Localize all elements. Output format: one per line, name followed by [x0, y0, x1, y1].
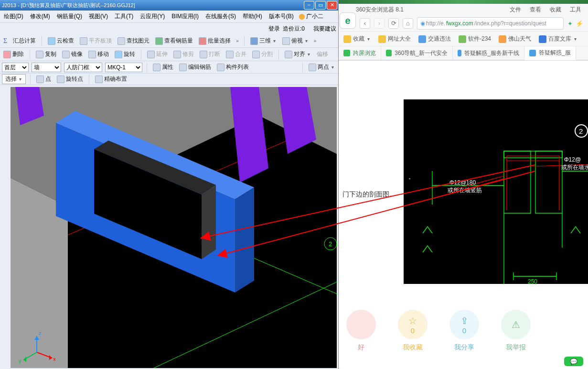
- tabs-row: 跨屏浏览 360导航_新一代安全 答疑解惑_服务新干线 答疑解惑_服: [339, 46, 588, 60]
- edit-rebar-button[interactable]: 编辑钢筋: [178, 63, 213, 72]
- floor-select[interactable]: 首层: [2, 63, 29, 72]
- page-body[interactable]: 门下边的剖面图。: [339, 63, 588, 369]
- menu-view[interactable]: 视图(V): [87, 11, 110, 22]
- tab-crossscreen[interactable]: 跨屏浏览: [339, 46, 381, 60]
- assistant-icon: [299, 13, 305, 20]
- batch-icon: [199, 37, 206, 45]
- reload-button[interactable]: ⟳: [388, 18, 399, 29]
- bm-software[interactable]: 软件-234: [459, 35, 491, 43]
- address-row: ‹ › ⟳ ⌂ ◉ http://e.fwxgx.com/index.php?r…: [339, 15, 588, 32]
- cad-viewport[interactable]: 2: [11, 87, 337, 368]
- svg-text:2: 2: [329, 240, 332, 248]
- copy-button[interactable]: 复制: [34, 50, 58, 59]
- action-good[interactable]: 好: [346, 310, 376, 352]
- break-button[interactable]: 打断: [198, 50, 222, 59]
- qa-icon: [529, 50, 536, 56]
- addr-flash-icon[interactable]: ⚡: [576, 20, 583, 27]
- back-button[interactable]: ‹: [360, 18, 370, 29]
- bm-favorites[interactable]: 收藏▾: [343, 35, 371, 43]
- mirror-button[interactable]: 镜像: [61, 50, 84, 59]
- accurate-place-button[interactable]: 精确布置: [94, 75, 128, 84]
- address-bar[interactable]: ◉ http://e.fwxgx.com/index.php?r=questio…: [417, 17, 564, 30]
- rotate-point-button[interactable]: 旋转点: [55, 75, 85, 84]
- cad-window: J2013 - [D:\预结算及抽筋\广联达抽筋\测试--2160.GGJ12]…: [0, 0, 339, 369]
- float-chat-button[interactable]: 💬: [564, 357, 583, 366]
- br-menu-file[interactable]: 文件: [510, 6, 521, 14]
- star-icon: [343, 35, 351, 43]
- minimize-button[interactable]: −: [304, 1, 314, 10]
- svg-rect-29: [404, 99, 588, 284]
- menu-online[interactable]: 在线服务(S): [203, 11, 238, 22]
- trim-button[interactable]: 修剪: [172, 50, 195, 59]
- action-share[interactable]: ⇪0 我分享: [449, 310, 479, 352]
- chevron-down-icon[interactable]: »: [313, 38, 318, 43]
- section-drawing: Φ12@180 或所在墙竖筋 Φ12@ 或所在墙水平 250 。 2: [404, 99, 588, 284]
- login-link[interactable]: 登录: [268, 25, 280, 33]
- menu-help[interactable]: 帮助(H): [241, 11, 264, 22]
- split-icon: [252, 51, 260, 58]
- action-fav[interactable]: ☆0 我收藏: [398, 310, 428, 352]
- maximize-button[interactable]: ▭: [315, 1, 326, 10]
- bm-sites[interactable]: 网址大全: [378, 35, 411, 43]
- menu-bim[interactable]: BIM应用(I): [170, 11, 201, 22]
- cad-label-a: Φ12@180: [449, 179, 476, 186]
- category-select[interactable]: 墙: [32, 63, 61, 72]
- flat-slab-button[interactable]: 平齐板顶: [78, 36, 113, 45]
- view-rebar-button[interactable]: 查看钢筋量: [154, 36, 194, 45]
- topview-button[interactable]: 俯视▾: [281, 36, 310, 45]
- bm-weather[interactable]: 佛山天气: [499, 35, 531, 43]
- price-beans: 造价豆:0: [283, 25, 305, 33]
- move-button[interactable]: 移动: [87, 50, 110, 59]
- weather-icon: [499, 35, 506, 43]
- menu-cloud[interactable]: 云应用(Y): [138, 11, 167, 22]
- property-button[interactable]: 属性: [151, 63, 175, 72]
- member-select[interactable]: 人防门框: [64, 63, 102, 72]
- find-element-button[interactable]: 查找图元: [116, 36, 151, 45]
- bm-baidu[interactable]: 百度文库▾: [539, 35, 577, 43]
- tab-qa1[interactable]: 答疑解惑_服务新干线: [453, 46, 524, 60]
- code-select[interactable]: MKQ-1: [105, 63, 142, 72]
- select-button[interactable]: 选择▾: [2, 74, 26, 84]
- home-button[interactable]: ⌂: [403, 18, 413, 29]
- bm-traffic[interactable]: 交通违法: [418, 35, 451, 43]
- report-label: 我举报: [506, 343, 526, 352]
- suggest-link[interactable]: 我要建议: [313, 25, 336, 33]
- view3d-button[interactable]: 三维▾: [249, 36, 278, 45]
- br-menu-tool[interactable]: 工具: [570, 6, 581, 14]
- tab-360nav[interactable]: 360导航_新一代安全: [381, 46, 453, 60]
- merge-button[interactable]: 合并: [225, 50, 248, 59]
- baidu-icon: [539, 35, 546, 43]
- batch-select-button[interactable]: 批量选择: [197, 36, 232, 45]
- cloudcheck-button[interactable]: 云检查: [46, 36, 75, 45]
- sum-button[interactable]: 汇总计算: [11, 36, 37, 45]
- rotate-icon: [115, 51, 122, 58]
- cad-label-c: Φ12@: [564, 156, 581, 163]
- delete-button[interactable]: 删除: [2, 50, 25, 59]
- toolbar-row-4: 选择▾ 点 旋转点 精确布置: [0, 74, 338, 85]
- member-list-button[interactable]: 构件列表: [215, 63, 250, 72]
- extend-button[interactable]: 延伸: [146, 50, 169, 59]
- point-button[interactable]: 点: [35, 75, 53, 84]
- assistant-button[interactable]: 广小二: [299, 12, 323, 21]
- menu-modify[interactable]: 修改(M): [28, 11, 52, 22]
- chevron-down-icon[interactable]: »: [235, 38, 240, 43]
- rotate-button[interactable]: 旋转: [113, 50, 137, 59]
- br-menu-fav[interactable]: 收藏: [550, 6, 561, 14]
- addr-ext-icon[interactable]: ✦: [567, 20, 573, 27]
- menu-draw[interactable]: 绘图(D): [2, 11, 25, 22]
- sigma-icon[interactable]: Σ: [2, 37, 9, 45]
- split-button[interactable]: 分割: [251, 50, 274, 59]
- close-button[interactable]: ✕: [327, 1, 337, 10]
- delete-icon: [3, 51, 11, 58]
- menu-version[interactable]: 版本号(B): [267, 11, 296, 22]
- offset-button[interactable]: 偏移: [315, 50, 330, 59]
- action-report[interactable]: ⚠ 我举报: [501, 310, 531, 352]
- align-button[interactable]: 对齐▾: [283, 50, 312, 59]
- cube-icon: [250, 37, 258, 45]
- forward-button[interactable]: ›: [374, 18, 385, 29]
- two-point-button[interactable]: 两点▾: [307, 63, 336, 72]
- br-menu-view[interactable]: 查看: [530, 6, 541, 14]
- menu-tool[interactable]: 工具(T): [113, 11, 135, 22]
- tab-qa2[interactable]: 答疑解惑_服: [524, 46, 576, 60]
- menu-steel[interactable]: 钢筋量(Q): [55, 11, 84, 22]
